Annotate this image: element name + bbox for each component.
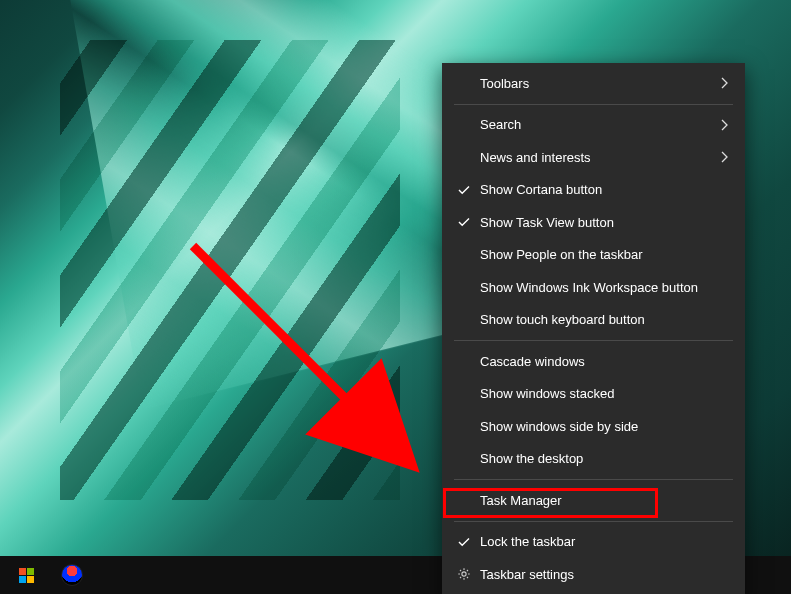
menu-item-show-people[interactable]: Show People on the taskbar (442, 239, 745, 272)
menu-item-search[interactable]: Search (442, 109, 745, 142)
gear-icon (454, 564, 474, 584)
menu-item-label: Show windows side by side (474, 419, 731, 434)
blank-icon (454, 310, 474, 330)
menu-item-windows-stacked[interactable]: Show windows stacked (442, 378, 745, 411)
menu-item-label: Cascade windows (474, 354, 731, 369)
menu-item-show-touch-keyboard[interactable]: Show touch keyboard button (442, 304, 745, 337)
start-button[interactable] (4, 556, 48, 594)
check-icon (454, 212, 474, 232)
menu-item-news-interests[interactable]: News and interests (442, 141, 745, 174)
menu-item-label: News and interests (474, 150, 717, 165)
menu-item-label: Show touch keyboard button (474, 312, 731, 327)
menu-item-label: Show the desktop (474, 451, 731, 466)
menu-item-show-desktop[interactable]: Show the desktop (442, 443, 745, 476)
menu-separator (454, 521, 733, 522)
menu-item-show-task-view[interactable]: Show Task View button (442, 206, 745, 239)
menu-item-cascade-windows[interactable]: Cascade windows (442, 345, 745, 378)
menu-item-windows-side-by-side[interactable]: Show windows side by side (442, 410, 745, 443)
menu-item-label: Show Windows Ink Workspace button (474, 280, 731, 295)
blank-icon (454, 115, 474, 135)
svg-point-0 (462, 572, 466, 576)
menu-item-label: Lock the taskbar (474, 534, 731, 549)
menu-item-label: Show People on the taskbar (474, 247, 731, 262)
menu-item-toolbars[interactable]: Toolbars (442, 67, 745, 100)
blank-icon (454, 73, 474, 93)
chevron-right-icon (717, 77, 731, 89)
taskbar-app-button[interactable] (50, 556, 94, 594)
blank-icon (454, 277, 474, 297)
menu-item-task-manager[interactable]: Task Manager (442, 484, 745, 517)
blank-icon (454, 416, 474, 436)
taskbar-context-menu: Toolbars Search News and interests Show … (442, 63, 745, 594)
menu-item-label: Task Manager (474, 493, 731, 508)
menu-item-label: Show Task View button (474, 215, 731, 230)
menu-separator (454, 340, 733, 341)
menu-item-label: Show Cortana button (474, 182, 731, 197)
menu-item-label: Search (474, 117, 717, 132)
menu-item-lock-taskbar[interactable]: Lock the taskbar (442, 526, 745, 559)
menu-item-taskbar-settings[interactable]: Taskbar settings (442, 558, 745, 591)
blank-icon (454, 245, 474, 265)
app-icon (61, 564, 83, 586)
chevron-right-icon (717, 119, 731, 131)
blank-icon (454, 384, 474, 404)
check-icon (454, 180, 474, 200)
menu-separator (454, 104, 733, 105)
blank-icon (454, 490, 474, 510)
menu-item-show-ink-workspace[interactable]: Show Windows Ink Workspace button (442, 271, 745, 304)
chevron-right-icon (717, 151, 731, 163)
menu-item-label: Taskbar settings (474, 567, 731, 582)
blank-icon (454, 351, 474, 371)
menu-item-show-cortana[interactable]: Show Cortana button (442, 174, 745, 207)
menu-separator (454, 479, 733, 480)
windows-logo-icon (19, 568, 34, 583)
menu-item-label: Toolbars (474, 76, 717, 91)
menu-item-label: Show windows stacked (474, 386, 731, 401)
blank-icon (454, 449, 474, 469)
check-icon (454, 532, 474, 552)
blank-icon (454, 147, 474, 167)
